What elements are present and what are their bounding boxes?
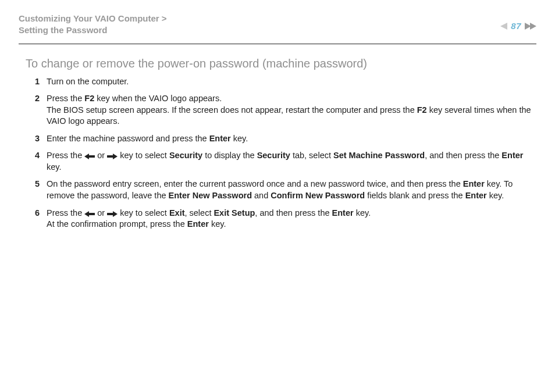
step-3: Enter the machine password and press the… xyxy=(35,133,534,145)
text: Enter the machine password and press the xyxy=(47,134,209,143)
step-4: Press the or key to select Security to d… xyxy=(35,150,534,173)
key-enter: Enter xyxy=(501,151,523,160)
steps-list: Turn on the computer. Press the F2 key w… xyxy=(26,76,534,230)
text: key. xyxy=(231,134,248,143)
key-f2: F2 xyxy=(84,94,94,103)
svg-marker-2 xyxy=(530,23,536,30)
text: , and then press the xyxy=(255,208,332,218)
text: key when the VAIO logo appears. xyxy=(94,94,222,103)
text: Press the xyxy=(47,208,84,218)
svg-marker-6 xyxy=(107,211,118,217)
arrow-right-icon xyxy=(107,211,118,217)
text: key. xyxy=(209,219,226,229)
key-exit: Exit xyxy=(169,208,185,218)
text: tab, select xyxy=(290,151,333,160)
text: Press the xyxy=(47,94,84,103)
step-5: On the password entry screen, enter the … xyxy=(35,179,534,201)
svg-marker-5 xyxy=(84,211,95,217)
text: fields blank and press the xyxy=(365,191,465,200)
breadcrumb-line1: Customizing Your VAIO Computer > xyxy=(19,13,167,23)
text: to display the xyxy=(202,151,257,160)
text: Press the xyxy=(47,151,84,160)
text: , and then press the xyxy=(425,151,501,160)
text: or xyxy=(95,151,107,160)
step-6: Press the or key to select Exit, select … xyxy=(35,208,534,230)
text: and xyxy=(252,191,271,200)
key-security: Security xyxy=(169,151,202,160)
prev-page-icon[interactable] xyxy=(500,23,507,30)
key-enter: Enter xyxy=(209,134,231,143)
text: key to select xyxy=(118,208,169,218)
text: , select xyxy=(184,208,214,218)
key-enter: Enter xyxy=(332,208,354,218)
key-enter: Enter xyxy=(463,179,485,188)
breadcrumb: Customizing Your VAIO Computer > Setting… xyxy=(19,13,167,37)
arrow-left-icon xyxy=(84,211,95,217)
breadcrumb-line2: Setting the Password xyxy=(19,25,108,35)
key-exit-setup: Exit Setup xyxy=(214,208,255,218)
svg-marker-3 xyxy=(84,154,95,159)
step-1-text: Turn on the computer. xyxy=(47,77,129,86)
key-f2: F2 xyxy=(417,105,427,115)
step-2: Press the F2 key when the VAIO logo appe… xyxy=(35,93,534,127)
text: At the confirmation prompt, press the xyxy=(47,219,187,229)
svg-marker-4 xyxy=(107,154,118,159)
arrow-right-icon xyxy=(107,154,118,159)
text: key. xyxy=(487,191,504,200)
key-set-machine-password: Set Machine Password xyxy=(333,151,425,160)
text: The BIOS setup screen appears. If the sc… xyxy=(47,105,417,115)
key-enter-new-password: Enter New Password xyxy=(169,191,252,200)
text: key. xyxy=(354,208,371,218)
header-rule xyxy=(19,44,536,44)
next-page-icon[interactable] xyxy=(525,23,536,30)
text: key to select xyxy=(118,151,169,160)
text: key. xyxy=(47,162,62,172)
key-security: Security xyxy=(257,151,290,160)
key-confirm-new-password: Confirm New Password xyxy=(271,191,365,200)
key-enter: Enter xyxy=(187,219,209,229)
svg-marker-0 xyxy=(500,23,507,30)
page-number: 87 xyxy=(511,21,521,31)
text: or xyxy=(95,208,107,218)
step-1: Turn on the computer. xyxy=(35,76,534,88)
page-nav: 87 xyxy=(500,21,536,31)
arrow-left-icon xyxy=(84,154,95,159)
key-enter: Enter xyxy=(465,191,487,200)
section-title: To change or remove the power-on passwor… xyxy=(26,57,534,70)
text: On the password entry screen, enter the … xyxy=(47,179,463,188)
